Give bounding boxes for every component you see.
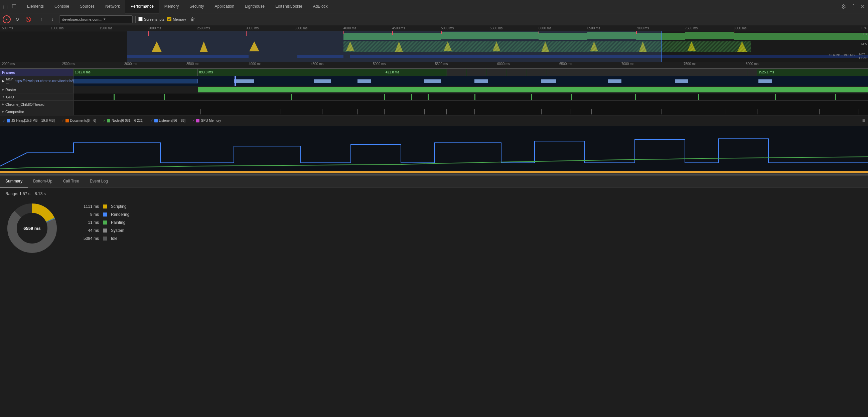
comp-tick-14: [571, 109, 571, 114]
ruler-4500: 4500 ms: [392, 26, 405, 30]
main-label: ▶ Main — https://developer.chrome.com/de…: [0, 76, 73, 86]
rendering-ms: 9 ms: [72, 212, 99, 217]
legend-listeners[interactable]: ✓ Listeners[86 – 86]: [150, 119, 186, 123]
main-block-9: [675, 79, 688, 83]
upload-button[interactable]: ↑: [38, 15, 46, 23]
docs-color: [65, 119, 69, 123]
settings-icon[interactable]: ⚙: [841, 3, 846, 10]
gpu-bar-5: [411, 94, 412, 100]
system-ms: 44 ms: [72, 228, 99, 233]
ruler-2500: 2500 ms: [197, 26, 210, 30]
compositor-arrow[interactable]: ▶: [2, 110, 4, 113]
screenshots-checkbox[interactable]: Screenshots: [138, 17, 164, 21]
chrome-io-label-text: Chrome_ChildIOThread: [5, 102, 44, 106]
selection-region[interactable]: [127, 31, 661, 62]
tab-console[interactable]: Console: [49, 0, 74, 13]
legend-nodes-text: Nodes[6 081 – 6 221]: [112, 119, 144, 123]
gpu-mem-color: [196, 119, 199, 123]
summary-idle: 5384 ms Idle: [72, 236, 129, 241]
ruler-6500: 6500 ms: [587, 26, 600, 30]
tab-adblock[interactable]: AdBlock: [308, 0, 333, 13]
tab-call-tree[interactable]: Call Tree: [58, 175, 85, 187]
tab-editthiscookie[interactable]: EditThisCookie: [270, 0, 308, 13]
comp-tick-16: [633, 109, 633, 114]
record-button[interactable]: ●: [3, 15, 11, 23]
clear-button[interactable]: 🚫: [24, 15, 32, 23]
memory-graph: [0, 126, 868, 173]
comp-tick-20: [757, 109, 757, 114]
device-icon[interactable]: ☐: [12, 3, 17, 10]
tab-event-log[interactable]: Event Log: [85, 175, 113, 187]
main-label-text: Main —: [6, 77, 13, 85]
nodes-color: [107, 119, 110, 123]
tab-network[interactable]: Network: [100, 0, 125, 13]
heap-value-label: 15.6 MB – 19.8 MB: [829, 54, 855, 57]
tab-memory[interactable]: Memory: [159, 0, 184, 13]
tab-bottom-up[interactable]: Bottom-Up: [28, 175, 58, 187]
memory-legend: ✓ JS Heap[15.6 MB – 19.8 MB] ✓ Documents…: [0, 115, 868, 126]
tab-application[interactable]: Application: [210, 0, 240, 13]
download-button[interactable]: ↓: [49, 15, 57, 23]
comp-tick-17: [661, 109, 662, 114]
chrome-io-arrow[interactable]: ▶: [2, 103, 4, 106]
summary-scripting: 1111 ms Scripting: [72, 204, 129, 209]
summary-items: 1111 ms Scripting 9 ms Rendering 11 ms P…: [72, 202, 129, 241]
comp-tick-3: [260, 109, 260, 114]
main-block-4: [358, 79, 371, 83]
chrome-io-row: ▶ Chrome_ChildIOThread: [0, 101, 868, 108]
gpu-arrow[interactable]: ▼: [2, 95, 5, 98]
legend-docs-text: Documents[6 – 6]: [70, 119, 96, 123]
raster-label[interactable]: ▶ Raster: [0, 86, 73, 93]
main-arrow[interactable]: ▶: [2, 79, 5, 83]
tab-security[interactable]: Security: [184, 0, 209, 13]
more-icon[interactable]: ⋮: [850, 3, 856, 10]
close-icon[interactable]: ✕: [860, 3, 865, 10]
legend-docs[interactable]: ✓ Documents[6 – 6]: [61, 119, 96, 123]
idle-name: Idle: [111, 236, 117, 241]
ruler-5500: 5500 ms: [490, 26, 502, 30]
comp-tick-10: [446, 109, 447, 114]
main-block-10: [758, 79, 772, 83]
trash-button[interactable]: 🗑: [189, 15, 197, 23]
comp-tick-9: [424, 109, 425, 114]
legend-jsheap-text: JS Heap[15.6 MB – 19.8 MB]: [11, 119, 55, 123]
inspect-icon[interactable]: ⬚: [3, 3, 8, 10]
ruler-2000: 2000 ms: [148, 26, 161, 30]
comp-tick-19: [725, 109, 725, 114]
tab-performance[interactable]: Performance: [125, 0, 159, 13]
compositor-label[interactable]: ▶ Compositor: [0, 108, 73, 115]
legend-settings[interactable]: ≡: [862, 118, 865, 124]
donut-total: 6559 ms: [23, 226, 40, 231]
legend-jsheap[interactable]: ✓ JS Heap[15.6 MB – 19.8 MB]: [3, 119, 55, 123]
raster-arrow[interactable]: ▶: [2, 88, 4, 91]
ruler-1000: 1000 ms: [51, 26, 63, 30]
main-block-1: [73, 79, 198, 83]
gpu-bar-9: [571, 94, 572, 100]
raster-content: [73, 86, 868, 93]
gpu-bar-2: [164, 94, 165, 100]
frame-1: 1812.0 ms: [73, 69, 198, 76]
tab-elements[interactable]: Elements: [22, 0, 49, 13]
reload-button[interactable]: ↻: [13, 15, 21, 23]
system-color: [103, 229, 107, 233]
main-block-8: [608, 79, 621, 83]
legend-nodes[interactable]: ✓ Nodes[6 081 – 6 221]: [103, 119, 144, 123]
summary-layout: 6559 ms 1111 ms Scripting 9 ms Rendering…: [5, 202, 863, 255]
legend-gpu-mem[interactable]: ✓ GPU Memory: [192, 119, 221, 123]
main-block-6: [474, 79, 488, 83]
tab-sources[interactable]: Sources: [74, 0, 100, 13]
chrome-io-label[interactable]: ▶ Chrome_ChildIOThread: [0, 101, 73, 108]
gpu-label[interactable]: ▼ GPU: [0, 94, 73, 100]
mini-timeline: 2000 ms 2500 ms 3000 ms 3500 ms 4000 ms …: [0, 62, 868, 69]
gpu-bar-6: [428, 94, 429, 100]
summary-painting: 11 ms Painting: [72, 220, 129, 225]
compositor-content: [73, 108, 868, 115]
scripting-color: [103, 205, 107, 209]
url-dropdown[interactable]: ▾: [103, 17, 105, 21]
memory-checkbox[interactable]: Memory: [167, 17, 186, 21]
compositor-label-text: Compositor: [5, 110, 24, 114]
legend-listeners-text: Listeners[86 – 86]: [159, 119, 186, 123]
tab-lighthouse[interactable]: Lighthouse: [240, 0, 270, 13]
tab-summary[interactable]: Summary: [0, 175, 28, 187]
compositor-row: ▶ Compositor: [0, 108, 868, 115]
